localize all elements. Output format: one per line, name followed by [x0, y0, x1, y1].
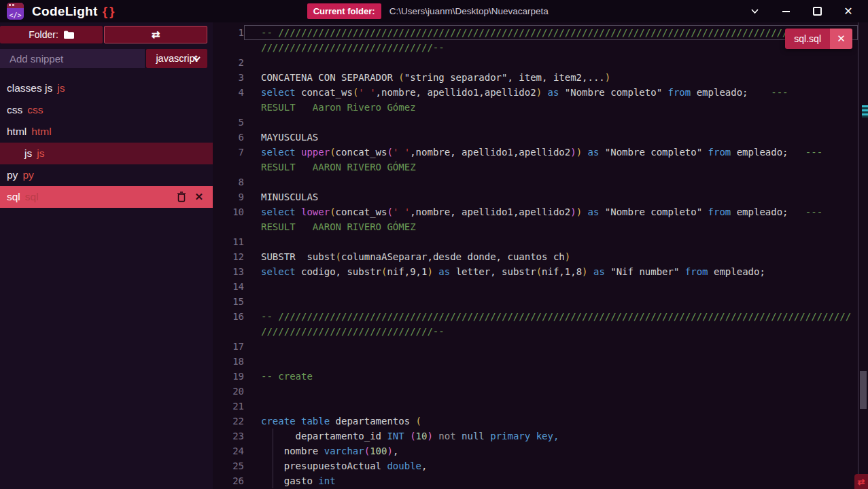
- file-item-js[interactable]: jsjs: [0, 143, 213, 164]
- indent-guide: [273, 473, 273, 488]
- current-folder-badge: Current folder:: [307, 3, 381, 19]
- file-name: html: [7, 126, 27, 138]
- tab-filename[interactable]: sql.sql: [785, 29, 830, 49]
- language-selector[interactable]: javascript: [146, 49, 207, 68]
- code-line[interactable]: 13select codigo, substr(nif,9,1) as lett…: [213, 264, 858, 279]
- add-snippet-input[interactable]: [0, 49, 145, 68]
- code-text: MINUSCULAS: [244, 189, 858, 204]
- code-line[interactable]: 11: [213, 234, 858, 249]
- app-title-braces: {}: [103, 4, 117, 19]
- code-line[interactable]: RESULT AARON RIVERO GÓMEZ: [213, 160, 858, 175]
- code-text: [244, 115, 858, 130]
- code-text: [244, 55, 858, 70]
- indent-guide: [273, 443, 273, 458]
- code-line[interactable]: 8: [213, 175, 858, 189]
- code-text: presupuestoActual double,: [244, 458, 858, 473]
- code-text: [244, 234, 858, 249]
- code-line[interactable]: 7select upper(concat_ws(' ',nombre, apel…: [213, 145, 858, 160]
- code-text: select codigo, substr(nif,9,1) as letter…: [244, 264, 858, 279]
- code-text: //////////////////////////////--: [244, 40, 858, 55]
- code-line[interactable]: 4select concat_ws(' ',nombre, apellido1,…: [213, 85, 858, 100]
- code-line[interactable]: RESULT AARON RIVERO GÓMEZ: [213, 219, 858, 234]
- code-line[interactable]: 16-- ///////////////////////////////////…: [213, 309, 858, 324]
- file-item-sql[interactable]: sqlsql✕: [0, 186, 213, 208]
- code-line[interactable]: 22create table departamentos (: [213, 414, 858, 429]
- open-file-tab[interactable]: sql.sql ✕: [785, 29, 852, 49]
- app-title: CodeLight: [32, 4, 98, 19]
- code-text: departamento_id INT (10) not null primar…: [244, 429, 858, 443]
- line-number: [213, 160, 244, 175]
- trash-icon[interactable]: [177, 192, 186, 202]
- code-line[interactable]: 26 gasto int: [213, 473, 858, 488]
- code-line[interactable]: 23 departamento_id INT (10) not null pri…: [213, 429, 858, 443]
- code-line[interactable]: 6MAYUSCULAS: [213, 130, 858, 145]
- code-editor[interactable]: sql.sql ✕ 1-- //////////////////////////…: [213, 22, 868, 489]
- chevron-down-icon: [193, 56, 201, 61]
- file-item-html[interactable]: htmlhtml: [0, 121, 213, 143]
- code-line[interactable]: 19-- create: [213, 369, 858, 384]
- code-line[interactable]: 14: [213, 279, 858, 294]
- scroll-marker-icon: [862, 105, 868, 117]
- current-folder-path: C:\Users\juanm\Desktop\Nuevacarpeta: [389, 6, 549, 16]
- refresh-folder-button[interactable]: ⇄: [104, 26, 207, 43]
- line-number: 24: [213, 443, 244, 458]
- file-extension: html: [31, 126, 51, 138]
- code-line[interactable]: 3CONCATENA CON SEPARADOR ("string separa…: [213, 70, 858, 85]
- file-item-classes-js[interactable]: classes jsjs: [0, 77, 213, 99]
- line-number: 23: [213, 429, 244, 443]
- file-extension: sql: [25, 191, 39, 203]
- code-text: SUBSTR subst(columnaASeparar,desde donde…: [244, 249, 858, 264]
- code-text: //////////////////////////////--: [244, 324, 858, 339]
- file-extension: py: [22, 169, 33, 181]
- line-number: 18: [213, 354, 244, 369]
- code-line[interactable]: 24 nombre varchar(100),: [213, 443, 858, 458]
- file-name: py: [7, 169, 18, 181]
- code-line[interactable]: 20: [213, 384, 858, 399]
- close-icon[interactable]: ✕: [194, 191, 203, 203]
- line-number: 10: [213, 204, 244, 219]
- file-item-py[interactable]: pypy: [0, 164, 213, 186]
- code-text: select concat_ws(' ',nombre, apellido1,a…: [244, 85, 858, 100]
- corner-swap-button[interactable]: ⇄: [854, 474, 868, 489]
- scrollbar-thumb[interactable]: [860, 371, 867, 409]
- line-number: [213, 40, 244, 55]
- line-number: [213, 100, 244, 115]
- line-number: 9: [213, 189, 244, 204]
- file-actions: ✕: [177, 191, 203, 203]
- code-line[interactable]: //////////////////////////////--: [213, 324, 858, 339]
- code-line[interactable]: 15: [213, 294, 858, 309]
- minimize-icon: [782, 11, 790, 12]
- code-line[interactable]: 25 presupuestoActual double,: [213, 458, 858, 473]
- window-dropdown-button[interactable]: [739, 1, 770, 22]
- code-line[interactable]: //////////////////////////////--: [213, 40, 858, 55]
- maximize-button[interactable]: [801, 1, 833, 22]
- code-text: create table departamentos (: [244, 414, 858, 429]
- minimize-button[interactable]: [770, 1, 801, 22]
- close-button[interactable]: ✕: [833, 1, 864, 22]
- file-item-css[interactable]: csscss: [0, 99, 213, 121]
- code-text: select upper(concat_ws(' ',nombre, apell…: [244, 145, 858, 160]
- chevron-down-icon: [751, 9, 759, 14]
- folder-button-label: Folder:: [29, 29, 58, 40]
- code-line[interactable]: 9MINUSCULAS: [213, 189, 858, 204]
- swap-arrows-icon: ⇄: [858, 477, 865, 487]
- indent-guide: [273, 429, 273, 443]
- code-line[interactable]: 1-- ////////////////////////////////////…: [213, 25, 858, 40]
- code-line[interactable]: 17: [213, 339, 858, 354]
- code-text: MAYUSCULAS: [244, 130, 858, 145]
- line-number: 19: [213, 369, 244, 384]
- titlebar: </> CodeLight {} Current folder: C:\User…: [0, 0, 868, 22]
- code-line[interactable]: 10select lower(concat_ws(' ',nombre, ape…: [213, 204, 858, 219]
- tab-close-button[interactable]: ✕: [830, 29, 852, 49]
- code-line[interactable]: 2: [213, 55, 858, 70]
- folder-button[interactable]: Folder:: [0, 26, 103, 43]
- file-extension: js: [37, 147, 44, 160]
- code-line[interactable]: 5: [213, 115, 858, 130]
- code-line[interactable]: 18: [213, 354, 858, 369]
- code-line[interactable]: 21: [213, 399, 858, 414]
- language-selector-value: javascript: [156, 53, 197, 64]
- code-line[interactable]: 12SUBSTR subst(columnaASeparar,desde don…: [213, 249, 858, 264]
- line-number: 3: [213, 70, 244, 85]
- code-text: CONCATENA CON SEPARADOR ("string separad…: [244, 70, 858, 85]
- code-line[interactable]: RESULT Aaron Rivero Gómez: [213, 100, 858, 115]
